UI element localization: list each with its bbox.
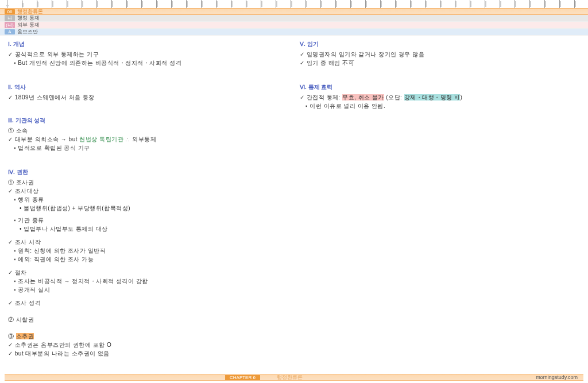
s4-c2-b1: 원칙: 신청에 의한 조사가 일반적 — [8, 246, 288, 255]
section-6-title: Ⅵ. 통제 효력 — [300, 83, 580, 91]
s4-c1-b2-d1: 입법부나 사법부도 통제의 대상 — [8, 225, 288, 233]
s3-item2: 법적으로 확립된 공식 기구 — [8, 144, 288, 152]
s5-item1: 임명권자의 임기와 같거나 장기인 경우 많음 — [300, 50, 580, 59]
s4-c1-b1-d1: 불법행위(합법성) + 부당행위(합목적성) — [8, 204, 288, 212]
s4-c1-b1: 행위 종류 — [8, 195, 288, 204]
content-area: Ⅰ. 개념 공식적으로 외부 통제하는 기구 But 개인적 신망에 의존하는 … — [0, 36, 588, 358]
s3-item1: 대부분 의회소속 → but 헌법상 독립기관 ∴ 외부통제 — [8, 135, 288, 144]
s6-item1: 간접적 통제: 무효, 취소 불가 (오답: 강제・대행・명령 可) — [300, 93, 580, 102]
chapter-num-badge: 06 — [5, 9, 15, 14]
header-tag2-bar: (나) 외부 통제 — [0, 22, 588, 29]
s1-item1: 공식적으로 외부 통제하는 기구 — [8, 50, 288, 59]
s4-c3: 절차 — [8, 268, 288, 277]
s2-item1: 1809년 스웨덴에서 처음 등장 — [8, 93, 288, 102]
s4-c4: 조사 성격 — [8, 299, 288, 307]
footer-bar: CHAPTER 6 행정환류론 morningstudy.com — [5, 374, 583, 381]
s4-n3-i2: but 대부분의 나라는 소추권이 없음 — [8, 349, 288, 358]
section-5-title: Ⅴ. 임기 — [300, 40, 580, 48]
s4-n3-i1: 소추권은 옴부즈만의 권한에 포함 O — [8, 341, 288, 349]
tag1-badge: 나 — [5, 15, 15, 21]
tag3-badge: A — [5, 29, 15, 34]
s4-c1-b2: 기관 종류 — [8, 216, 288, 225]
section-4-title: Ⅳ. 권한 — [8, 168, 288, 176]
s4-num2: ② 시찰권 — [8, 315, 288, 324]
header-tag3-bar: A 옴브즈만 — [0, 29, 588, 36]
s5-item2: 임기 중 해임 不可 — [300, 59, 580, 67]
right-column: Ⅴ. 임기 임명권자의 임기와 같거나 장기인 경우 많음 임기 중 해임 不可… — [300, 38, 580, 358]
s4-c1: 조사대상 — [8, 187, 288, 195]
s4-c2-b2: 예외: 직권에 의한 조사 가능 — [8, 255, 288, 264]
footer-chapter: CHAPTER 6 — [225, 375, 260, 380]
s6-item2: 이런 이유로 널리 이용 안됨. — [300, 102, 580, 110]
s1-item2: But 개인적 신망에 의존하는 비공식적・정치적・사회적 성격 — [8, 59, 288, 67]
s4-num1: ① 조사권 — [8, 178, 288, 187]
footer-site: morningstudy.com — [536, 374, 578, 380]
left-column: Ⅰ. 개념 공식적으로 외부 통제하는 기구 But 개인적 신망에 의존하는 … — [8, 38, 288, 358]
s4-c3-b1: 조사는 비공식적 → 정치적・사회적 성격이 강함 — [8, 277, 288, 285]
footer-subject: 행정환류론 — [277, 374, 303, 381]
section-1-title: Ⅰ. 개념 — [8, 40, 288, 48]
s4-num3: ③ 소추권 — [8, 332, 288, 341]
header-tag1-bar: 나 행정 통제 — [0, 15, 588, 22]
tag2-badge: (나) — [5, 22, 15, 28]
s4-c3-b2: 공개적 실시 — [8, 285, 288, 294]
s4-c2: 조사 시작 — [8, 238, 288, 246]
section-3-title: Ⅲ. 기관의 성격 — [8, 117, 288, 125]
header-chapter-bar: 06 행정환류론 — [0, 8, 588, 15]
spiral-binding — [0, 0, 588, 8]
s3-num1: ① 소속 — [8, 126, 288, 135]
section-2-title: Ⅱ. 역사 — [8, 83, 288, 91]
tag3-label: 옴브즈만 — [17, 28, 38, 36]
